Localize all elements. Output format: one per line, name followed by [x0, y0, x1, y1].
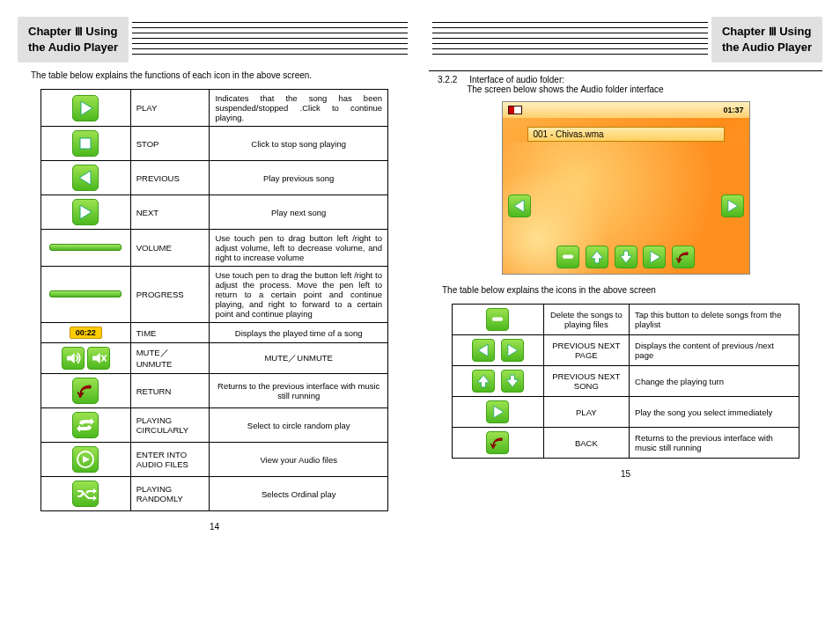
section-title: Interface of audio folder:: [469, 75, 564, 84]
prev-page-icon: [472, 339, 495, 362]
stop-icon: [72, 130, 99, 157]
left-intro: The table below explains the functions o…: [31, 70, 411, 80]
clock-label: 01:37: [723, 106, 743, 114]
table-row: 00:22 TIME Displays the played time of a…: [41, 323, 388, 343]
folder-topbar: 01:37: [503, 102, 749, 118]
table-row: ENTER INTO AUDIO FILES View your Audio f…: [41, 443, 388, 477]
table-row: PREVIOUS NEXT SONG Change the playing tu…: [453, 366, 799, 397]
battery-icon: [508, 106, 522, 114]
unmute-icon: [62, 347, 85, 370]
delete-icon: [486, 308, 509, 331]
progress-bar-icon: [49, 290, 122, 297]
table-row: PLAYING CIRCULARLY Select to circle rand…: [41, 408, 388, 443]
page-number: 14: [18, 522, 411, 532]
prev-song-icon: [472, 370, 495, 393]
prev-song-button[interactable]: [586, 246, 608, 268]
table-row: MUTE／UNMUTE MUTE／UNMUTE: [41, 343, 388, 374]
loop-icon: [72, 412, 99, 438]
table-row: PLAY Play the song you select immediatel…: [453, 397, 799, 428]
table-row: BACK Returns to the previous interface w…: [453, 428, 799, 459]
volume-bar-icon: [49, 244, 122, 251]
right-intro: The table below explains the icons in th…: [442, 285, 822, 295]
table-row: PREVIOUS Play previous song: [41, 161, 388, 195]
page-14: Chapter Ⅲ Using the Audio Player The tab…: [18, 18, 411, 532]
table-row: PLAYING RANDOMLY Selects Ordinal play: [41, 477, 388, 511]
header-rules: [432, 22, 708, 57]
return-icon: [72, 378, 99, 404]
table-row: VOLUME Use touch pen to drag button left…: [41, 230, 388, 267]
table-row: NEXT Play next song: [41, 195, 388, 230]
section-number: 3.2.2: [438, 75, 457, 84]
table-row: PROGRESS Use touch pen to drag the butto…: [41, 267, 388, 323]
back-button[interactable]: [672, 246, 695, 268]
table-row: PREVIOUS NEXT PAGE Displays the content …: [453, 335, 799, 366]
next-icon: [72, 199, 99, 225]
table-row: RETURN Returns to the previous interface…: [41, 374, 388, 408]
audio-folder-interface: 01:37 001 - Chivas.wma: [502, 101, 750, 275]
chapter-header: Chapter Ⅲ Using the Audio Player: [18, 18, 411, 62]
next-song-icon: [501, 370, 524, 393]
play-icon: [486, 400, 509, 423]
table-row: Delete the songs to playing files Tap th…: [453, 305, 799, 335]
time-chip-icon: 00:22: [70, 327, 102, 339]
page-15: Chapter Ⅲ Using the Audio Player 3.2.2 I…: [429, 18, 822, 532]
section-heading: 3.2.2 Interface of audio folder: The scr…: [438, 75, 822, 94]
back-icon: [486, 431, 509, 454]
folder-toolbar: [503, 246, 749, 268]
table-row: PLAY Indicates that the song has been su…: [41, 90, 388, 127]
icon-function-table: PLAY Indicates that the song has been su…: [41, 89, 388, 511]
prev-page-button[interactable]: [508, 195, 531, 217]
folder-body: [503, 142, 749, 274]
next-page-button[interactable]: [721, 195, 744, 217]
folder-icon-table: Delete the songs to playing files Tap th…: [452, 304, 799, 459]
mute-icon: [87, 347, 110, 370]
play-button[interactable]: [643, 246, 666, 268]
play-icon: [72, 95, 99, 121]
audio-files-icon: [72, 446, 99, 473]
chapter-title: Chapter Ⅲ Using the Audio Player: [711, 17, 822, 62]
next-page-icon: [501, 339, 524, 362]
shuffle-icon: [72, 481, 99, 507]
table-row: STOP Click to stop song playing: [41, 127, 388, 161]
delete-button[interactable]: [556, 246, 579, 268]
next-song-button[interactable]: [615, 246, 637, 268]
header-rules: [132, 22, 408, 57]
chapter-header: Chapter Ⅲ Using the Audio Player: [429, 18, 822, 62]
chapter-title: Chapter Ⅲ Using the Audio Player: [18, 17, 129, 62]
page-number: 15: [429, 469, 822, 479]
section-subtitle: The screen below shows the Audio folder …: [467, 84, 663, 94]
previous-icon: [72, 165, 99, 191]
divider: [429, 70, 822, 71]
file-entry[interactable]: 001 - Chivas.wma: [527, 127, 725, 142]
